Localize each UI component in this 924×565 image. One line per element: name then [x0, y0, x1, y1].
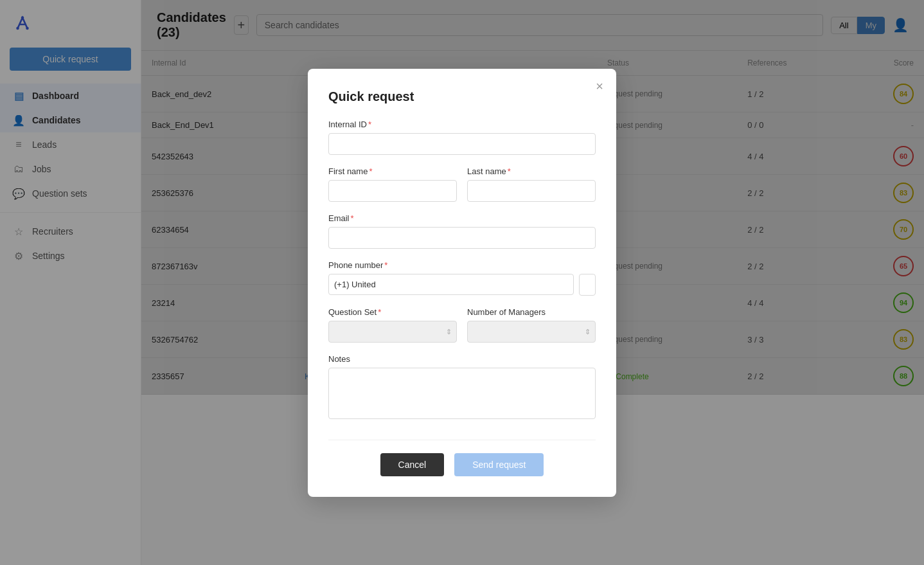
email-field: Email*: [328, 213, 596, 249]
modal-close-button[interactable]: ×: [596, 79, 603, 94]
num-managers-field: Number of Managers: [467, 307, 596, 343]
send-request-button[interactable]: Send request: [454, 453, 544, 476]
email-label: Email*: [328, 213, 596, 223]
modal-footer: Cancel Send request: [328, 440, 596, 476]
question-manager-row: Question Set* Number of Managers: [328, 307, 596, 354]
first-name-input[interactable]: [328, 180, 457, 202]
last-name-field: Last name*: [467, 166, 596, 202]
question-set-label: Question Set*: [328, 307, 457, 317]
phone-row: (+1) United: [328, 274, 596, 296]
last-name-label: Last name*: [467, 166, 596, 176]
email-input[interactable]: [328, 227, 596, 249]
first-name-field: First name*: [328, 166, 457, 202]
phone-country-select[interactable]: (+1) United: [328, 274, 574, 295]
cancel-button[interactable]: Cancel: [380, 453, 445, 476]
notes-label: Notes: [328, 354, 596, 364]
phone-field: Phone number* (+1) United: [328, 260, 596, 296]
question-set-select[interactable]: [328, 321, 457, 343]
internal-id-input[interactable]: [328, 133, 596, 155]
phone-label: Phone number*: [328, 260, 596, 270]
internal-id-label: Internal ID*: [328, 120, 596, 129]
modal-title: Quick request: [328, 89, 596, 104]
notes-field: Notes: [328, 354, 596, 422]
modal-overlay: Quick request × Internal ID* First name*…: [0, 0, 924, 565]
first-name-label: First name*: [328, 166, 457, 176]
num-managers-label: Number of Managers: [467, 307, 596, 317]
question-set-wrapper: [328, 321, 457, 343]
internal-id-field: Internal ID*: [328, 120, 596, 155]
quick-request-modal: Quick request × Internal ID* First name*…: [308, 69, 616, 497]
notes-textarea[interactable]: [328, 368, 596, 419]
phone-number-input[interactable]: [579, 274, 596, 296]
num-managers-select[interactable]: [467, 321, 596, 343]
last-name-input[interactable]: [467, 180, 596, 202]
num-managers-wrapper: [467, 321, 596, 343]
name-row: First name* Last name*: [328, 166, 596, 213]
question-set-field: Question Set*: [328, 307, 457, 343]
